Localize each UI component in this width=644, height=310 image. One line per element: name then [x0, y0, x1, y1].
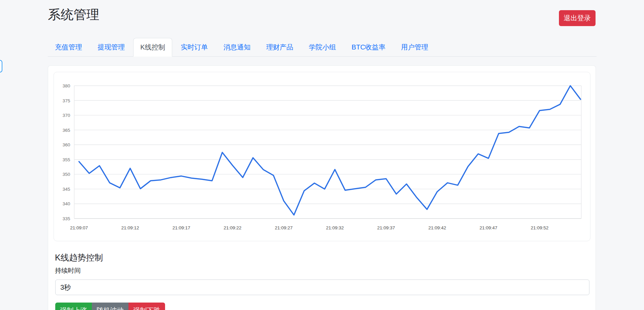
- page-title: 系统管理: [48, 6, 99, 23]
- duration-input[interactable]: [55, 280, 589, 295]
- y-axis-label-335: 335: [62, 216, 70, 221]
- series-line-price: [79, 86, 581, 215]
- y-axis-label-350: 350: [62, 172, 70, 177]
- x-axis-label-5: 21:09:32: [326, 225, 344, 230]
- x-axis-label-0: 21:09:07: [70, 225, 88, 230]
- tab-item-4[interactable]: 消息通知: [216, 38, 258, 57]
- tab-item-0[interactable]: 充值管理: [48, 38, 89, 57]
- logout-button[interactable]: 退出登录: [559, 10, 596, 26]
- trend-button-2[interactable]: 强制下跌: [128, 303, 165, 310]
- tab-item-6[interactable]: 学院小组: [302, 38, 343, 57]
- duration-label: 持续时间: [55, 266, 81, 275]
- tab-item-2[interactable]: K线控制: [133, 38, 172, 57]
- kline-line-chart: 33534034535035536036537037538021:09:0721…: [54, 72, 591, 242]
- trend-button-1[interactable]: 随机波动: [92, 303, 128, 310]
- tab-item-7[interactable]: BTC收益率: [344, 38, 393, 57]
- x-axis-label-8: 21:09:47: [480, 225, 498, 230]
- y-axis-label-380: 380: [62, 83, 70, 88]
- x-axis-label-9: 21:09:52: [531, 225, 549, 230]
- tab-item-3[interactable]: 实时订单: [174, 38, 215, 57]
- tab-content-panel: 33534034535035536036537037538021:09:0721…: [48, 65, 596, 310]
- trend-button-group: 强制上涨随机波动强制下跌: [55, 303, 165, 310]
- x-axis-label-6: 21:09:37: [377, 225, 395, 230]
- left-edge-drawer-handle[interactable]: [0, 60, 2, 73]
- tab-bar: 充值管理提现管理K线控制实时订单消息通知理财产品学院小组BTC收益率用户管理: [48, 38, 597, 57]
- tab-item-1[interactable]: 提现管理: [90, 38, 132, 57]
- kline-chart-card: 33534034535035536036537037538021:09:0721…: [54, 72, 590, 241]
- x-axis-label-7: 21:09:42: [428, 225, 446, 230]
- y-axis-label-365: 365: [62, 128, 70, 133]
- tab-item-5[interactable]: 理财产品: [259, 38, 300, 57]
- y-axis-label-355: 355: [62, 157, 70, 162]
- y-axis-label-360: 360: [62, 142, 70, 147]
- x-axis-label-3: 21:09:22: [224, 225, 242, 230]
- y-axis-label-340: 340: [62, 201, 70, 206]
- tab-item-8[interactable]: 用户管理: [394, 38, 435, 57]
- kline-trend-control-title: K线趋势控制: [55, 252, 103, 263]
- y-axis-label-370: 370: [62, 113, 70, 118]
- y-axis-label-345: 345: [62, 187, 70, 192]
- trend-button-0[interactable]: 强制上涨: [55, 303, 92, 310]
- x-axis-label-4: 21:09:27: [275, 225, 293, 230]
- y-axis-label-375: 375: [62, 98, 70, 103]
- x-axis-label-2: 21:09:17: [173, 225, 190, 230]
- x-axis-label-1: 21:09:12: [121, 225, 139, 230]
